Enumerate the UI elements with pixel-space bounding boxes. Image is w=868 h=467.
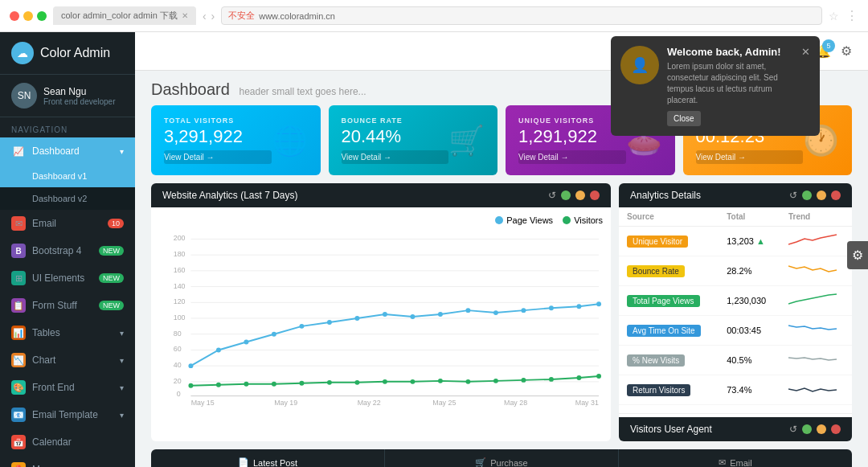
sidebar-item-bootstrap[interactable]: B Bootstrap 4 NEW — [0, 237, 135, 264]
browser-menu-icon[interactable]: ⋮ — [845, 8, 858, 23]
svg-point-26 — [299, 324, 304, 329]
brand-name: Color Admin — [40, 46, 110, 60]
source-badge-bounce: Bounce Rate — [627, 265, 685, 277]
close-panel-button[interactable] — [590, 190, 600, 200]
minimize-window[interactable] — [23, 11, 33, 21]
traffic-lights — [10, 11, 47, 21]
email-icon: ✉ — [11, 216, 26, 231]
svg-point-45 — [383, 379, 387, 384]
trend-newvisits — [788, 351, 837, 367]
popup-close-button[interactable]: Close — [667, 111, 701, 126]
svg-point-51 — [549, 377, 554, 382]
stat-card-bounce-rate: BOUNCE RATE 20.44% View Detail → 🛒 — [329, 105, 498, 175]
popup-close-icon[interactable]: ✕ — [801, 46, 810, 58]
bounce-rate-link[interactable]: View Detail → — [342, 150, 449, 164]
tab-close-icon[interactable]: ✕ — [182, 11, 188, 20]
tab-email-label: Email — [730, 458, 752, 468]
total-return: 73.4% — [719, 375, 780, 405]
svg-point-35 — [549, 305, 554, 310]
agent-refresh-icon[interactable]: ↺ — [789, 424, 797, 435]
header-bar: 🔔 5 ⚙ 👤 Welcome back, Admin! Lorem ipsum… — [135, 32, 868, 71]
edit-panel-button[interactable] — [561, 190, 571, 200]
svg-text:40: 40 — [174, 361, 182, 369]
tab-purchase-label: Purchase — [490, 458, 527, 468]
analytics-close-button[interactable] — [831, 190, 841, 200]
sidebar-item-form[interactable]: 📋 Form Stuff NEW — [0, 292, 135, 319]
agent-close-button[interactable] — [831, 424, 841, 434]
col-total: Total — [719, 207, 780, 227]
tab-purchase[interactable]: 🛒 Purchase — [385, 449, 619, 467]
svg-point-34 — [521, 308, 526, 313]
sidebar-item-email[interactable]: ✉ Email 10 — [0, 210, 135, 237]
svg-point-44 — [354, 380, 359, 385]
svg-text:140: 140 — [174, 282, 186, 290]
agent-minimize-button[interactable] — [817, 424, 826, 434]
agent-edit-button[interactable] — [802, 424, 812, 434]
analytics-minimize-button[interactable] — [817, 190, 826, 200]
bottom-tabs: 📄 Latest Post 🛒 Purchase ✉ Email — [151, 449, 852, 467]
table-row: Unique Visitor 13,203 ▲ — [619, 227, 852, 256]
email-template-icon: 📧 — [11, 408, 26, 422]
sidebar-item-dashboard[interactable]: 📈 Dashboard ▾ — [0, 137, 135, 165]
sidebar-item-map[interactable]: 📍 Map ▾ — [0, 456, 135, 467]
sidebar-item-frontend-label: Front End — [32, 382, 75, 393]
svg-text:20: 20 — [174, 377, 182, 385]
svg-point-30 — [410, 314, 415, 319]
sidebar-item-email-label: Email — [32, 218, 56, 229]
tables-chevron-icon: ▾ — [120, 329, 124, 338]
main-content: 🔔 5 ⚙ 👤 Welcome back, Admin! Lorem ipsum… — [135, 32, 868, 467]
tab-latest-post[interactable]: 📄 Latest Post — [151, 449, 385, 467]
unique-visitors-link[interactable]: View Detail → — [518, 150, 626, 164]
close-window[interactable] — [10, 11, 19, 21]
sidebar-item-tables[interactable]: 📊 Tables ▾ — [0, 319, 135, 346]
calendar-icon: 📅 — [11, 435, 26, 449]
frontend-chevron-icon: ▾ — [120, 383, 124, 392]
svg-point-24 — [244, 340, 248, 345]
sidebar-item-email-template[interactable]: 📧 Email Template ▾ — [0, 401, 135, 428]
bootstrap-icon: B — [11, 244, 26, 258]
form-badge: NEW — [99, 301, 124, 310]
total-visitors-link[interactable]: View Detail → — [164, 150, 272, 164]
sidebar-item-calendar[interactable]: 📅 Calendar — [0, 428, 135, 456]
table-row: Bounce Rate 28.2% — [619, 256, 852, 286]
chart-body: Page Views Visitors 200 180 160 140 1 — [151, 207, 611, 417]
ui-icon: ⊞ — [11, 271, 26, 285]
user-info: Sean Ngu Front end developer — [43, 86, 124, 106]
avg-time-link[interactable]: View Detail → — [696, 150, 804, 164]
tab-email[interactable]: ✉ Email — [619, 449, 852, 467]
maximize-window[interactable] — [37, 11, 47, 21]
sidebar-item-dashboard-v2[interactable]: Dashboard v2 — [0, 187, 135, 210]
sidebar-item-email-template-label: Email Template — [32, 409, 98, 420]
svg-point-46 — [410, 379, 415, 384]
page-subtitle: header small text goes here... — [239, 86, 366, 97]
sidebar-item-frontend[interactable]: 🎨 Front End ▾ — [0, 374, 135, 401]
refresh-icon[interactable]: ↺ — [548, 190, 556, 201]
visitors-agent-controls: ↺ — [789, 424, 841, 435]
sidebar-item-dashboard-v1[interactable]: Dashboard v1 — [0, 165, 135, 187]
sidebar-item-chart[interactable]: 📉 Chart ▾ — [0, 346, 135, 374]
address-bar[interactable]: 不安全 www.coloradmin.cn — [221, 6, 822, 25]
minimize-panel-button[interactable] — [575, 190, 585, 200]
settings-icon[interactable]: ⚙ — [841, 43, 852, 59]
forward-icon[interactable]: › — [211, 10, 215, 23]
analytics-edit-button[interactable] — [802, 190, 812, 200]
dashboard-icon: 📈 — [11, 144, 26, 158]
svg-text:180: 180 — [174, 250, 186, 258]
email-template-chevron-icon: ▾ — [120, 411, 124, 420]
svg-text:100: 100 — [174, 313, 186, 322]
sidebar-item-ui-label: UI Elements — [32, 272, 84, 284]
form-icon: 📋 — [11, 298, 26, 313]
back-icon[interactable]: ‹ — [203, 10, 207, 23]
unique-visitors-value: 1,291,922 — [518, 126, 626, 147]
svg-point-36 — [576, 304, 581, 309]
sidebar-item-chart-label: Chart — [32, 354, 55, 366]
total-visitors-value: 3,291,922 — [164, 126, 272, 147]
avatar: SN — [11, 83, 37, 109]
analytics-refresh-icon[interactable]: ↺ — [789, 190, 797, 201]
popup-avatar: 👤 — [620, 46, 659, 84]
sidebar-item-ui[interactable]: ⊞ UI Elements NEW — [0, 264, 135, 292]
notification-count: 5 — [822, 39, 835, 52]
theme-settings-button[interactable]: ⚙ — [847, 241, 868, 269]
browser-tab[interactable]: color admin_color admin 下载 ✕ — [53, 6, 196, 25]
bookmark-icon[interactable]: ☆ — [829, 10, 839, 23]
